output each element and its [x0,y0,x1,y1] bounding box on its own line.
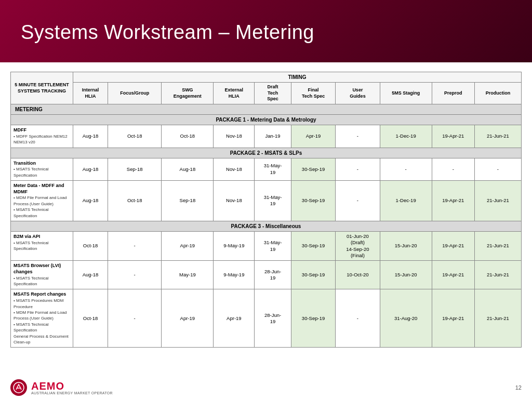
cell: - [432,158,474,180]
cell: Oct-18 [108,125,162,148]
cell: - [336,125,380,148]
row-b2m-label: B2M via API • MSATS Technical Specificat… [11,231,73,260]
cell: Nov-18 [214,181,255,221]
col-external-hlia: ExternalHLIA [214,83,255,104]
cell: 9-May-19 [214,261,255,289]
cell: Oct-18 [73,231,108,260]
cell: Sep-18 [108,158,162,180]
cell-final-tech: 30-Sep-19 [291,158,335,180]
cell-final-tech: 30-Sep-19 [291,261,335,289]
page-number: 12 [515,384,522,391]
cell: Apr-19 [162,231,214,260]
aemo-logo-svg [13,382,24,393]
logo-name: AEMO [31,380,113,392]
cell: 21-Jun-21 [474,231,521,260]
row-meterdata-label: Meter Data - MDFF and MDMF • MDM File Fo… [11,181,73,221]
cell: Oct-18 [73,289,108,348]
row-msatsreport-label: MSATS Report changes • MSATS Procedures … [11,289,73,348]
cell: - [474,158,521,180]
cell: 9-May-19 [214,231,255,260]
col-draft-tech: DraftTechSpec [255,83,291,104]
cell: 28-Jun-19 [255,289,291,348]
table-container: 5 MINUTE SETTLEMENT SYSTEMS TRACKING TIM… [10,72,522,371]
logo-subtitle: AUSTRALIAN ENERGY MARKET OPERATOR [31,391,113,395]
row-msatsbrowser-label: MSATS Browser (LVI) changes • MSATS Tech… [11,261,73,289]
package2-header: PACKAGE 2 - MSATS & SLPs [11,148,522,158]
cell: 31-May-19 [255,158,291,180]
table-row: MSATS Browser (LVI) changes • MSATS Tech… [11,261,522,289]
col-final-tech: FinalTech Spec [291,83,335,104]
cell: - [336,158,380,180]
col-swg: SWGEngagement [162,83,214,104]
logo-icon [10,379,27,396]
cell: 31-May-19 [255,181,291,221]
cell: 21-Jun-21 [474,261,521,289]
cell: - [380,158,432,180]
cell: Sep-18 [162,181,214,221]
cell: 10-Oct-20 [336,261,380,289]
col-internal-hlia: InternalHLIA [73,83,108,104]
cell: - [108,289,162,348]
table-row: Transition • MSATS Technical Specificati… [11,158,522,180]
cell: Aug-18 [73,181,108,221]
col-5ms-staging: 5MS Staging [380,83,432,104]
cell-final-tech: 30-Sep-19 [291,289,335,348]
slide: Systems Workstream – Metering 5 MINUTE S… [0,0,532,399]
package3-header: PACKAGE 3 - Miscellaneous [11,221,522,231]
cell: Apr-19 [214,289,255,348]
row-mdff-label: MDFF • MDFF Specification NEM12 NEM13 v2… [11,125,73,148]
table-row: MSATS Report changes • MSATS Procedures … [11,289,522,348]
package1-header: PACKAGE 1 - Metering Data & Metrology [11,115,522,125]
cell: 15-Jun-20 [380,261,432,289]
logo-text-area: AEMO AUSTRALIAN ENERGY MARKET OPERATOR [31,380,113,395]
cell: May-19 [162,261,214,289]
cell: 21-Jun-21 [474,181,521,221]
cell: 01-Jun-20(Draft)14-Sep-20(Final) [336,231,380,260]
cell: 19-Apr-21 [432,125,474,148]
cell-final-tech: 30-Sep-19 [291,181,335,221]
cell: 15-Jun-20 [380,231,432,260]
table-row: Meter Data - MDFF and MDMF • MDM File Fo… [11,181,522,221]
cell: 19-Apr-21 [432,261,474,289]
cell: 1-Dec-19 [380,125,432,148]
cell: - [336,289,380,348]
col-user-guides: UserGuides [336,83,380,104]
cell: - [336,181,380,221]
table-row: MDFF • MDFF Specification NEM12 NEM13 v2… [11,125,522,148]
cell: 21-Jun-21 [474,289,521,348]
cell: Aug-18 [73,261,108,289]
cell: - [108,261,162,289]
tracking-table: 5 MINUTE SETTLEMENT SYSTEMS TRACKING TIM… [10,72,522,348]
cell-final-tech: Apr-19 [291,125,335,148]
cell: Aug-18 [162,158,214,180]
header: Systems Workstream – Metering [0,0,532,62]
cell: Jan-19 [255,125,291,148]
main-label: 5 MINUTE SETTLEMENT SYSTEMS TRACKING [11,72,73,104]
col-focus-group: Focus/Group [108,83,162,104]
cell-final-tech: 30-Sep-19 [291,231,335,260]
content-area: 5 MINUTE SETTLEMENT SYSTEMS TRACKING TIM… [0,62,532,376]
metering-section-header: METERING [11,104,522,115]
cell: Nov-18 [214,125,255,148]
page-title: Systems Workstream – Metering [21,21,314,44]
cell: 28-Jun-19 [255,261,291,289]
cell: 1-Dec-19 [380,181,432,221]
cell: Aug-18 [73,125,108,148]
cell: 31-May-19 [255,231,291,260]
table-row: B2M via API • MSATS Technical Specificat… [11,231,522,260]
timing-header: TIMING [73,72,522,83]
cell: 19-Apr-21 [432,181,474,221]
cell: Oct-18 [108,181,162,221]
footer: AEMO AUSTRALIAN ENERGY MARKET OPERATOR 1… [0,376,532,399]
cell: 19-Apr-21 [432,231,474,260]
cell: 31-Aug-20 [380,289,432,348]
col-production: Production [474,83,521,104]
cell: Apr-19 [162,289,214,348]
cell: - [108,231,162,260]
cell: Oct-18 [162,125,214,148]
row-transition-label: Transition • MSATS Technical Specificati… [11,158,73,180]
cell: 19-Apr-21 [432,289,474,348]
cell: Nov-18 [214,158,255,180]
logo-area: AEMO AUSTRALIAN ENERGY MARKET OPERATOR [10,379,113,396]
cell: Aug-18 [73,158,108,180]
